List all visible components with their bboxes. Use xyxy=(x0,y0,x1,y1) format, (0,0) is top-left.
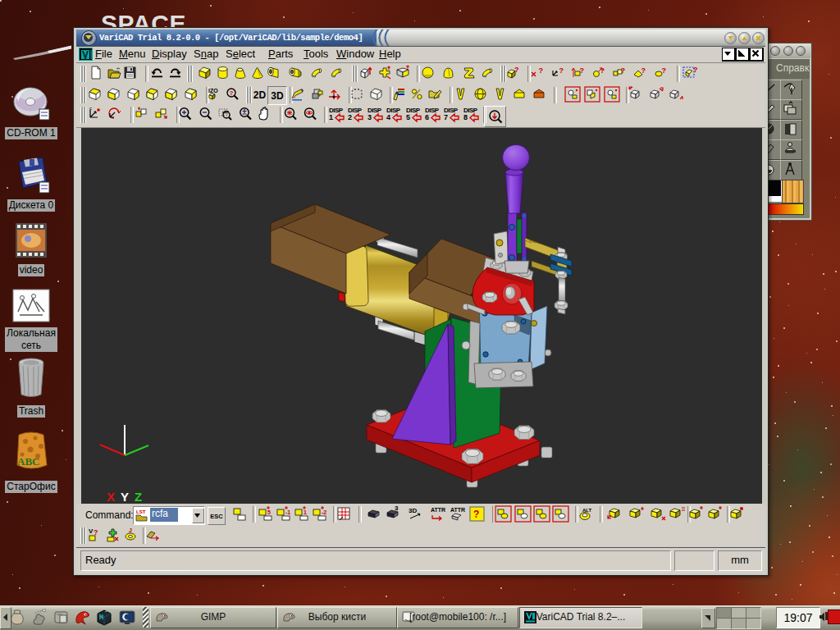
svg-text:X: X xyxy=(107,490,115,504)
svg-text:?: ? xyxy=(662,66,667,75)
svg-text:c: c xyxy=(89,106,92,111)
svg-text:ATTR: ATTR xyxy=(431,507,445,513)
svg-text:1: 1 xyxy=(304,509,307,515)
svg-text:?: ? xyxy=(230,89,234,97)
svg-text:5: 5 xyxy=(267,509,271,515)
svg-text:Y: Y xyxy=(121,490,129,504)
svg-text:?: ? xyxy=(473,509,479,520)
svg-text:Z: Z xyxy=(135,490,142,504)
svg-text:?: ? xyxy=(580,66,585,75)
svg-text:?: ? xyxy=(621,66,626,75)
svg-text:3D: 3D xyxy=(409,507,417,514)
svg-text:?: ? xyxy=(94,528,98,536)
svg-text:J: J xyxy=(129,527,132,533)
svg-text:ALT: ALT xyxy=(582,508,592,513)
svg-text:?: ? xyxy=(514,66,519,74)
svg-text:-2: -2 xyxy=(322,509,326,515)
svg-text:ABC: ABC xyxy=(17,455,39,468)
svg-text:?: ? xyxy=(693,66,698,74)
svg-text:LST: LST xyxy=(136,509,146,514)
svg-text:?: ? xyxy=(641,66,646,75)
svg-text:ATTR: ATTR xyxy=(450,507,465,513)
svg-text:?: ? xyxy=(559,66,564,75)
svg-text:3: 3 xyxy=(395,505,399,512)
svg-text:?: ? xyxy=(539,66,544,75)
svg-text:-1: -1 xyxy=(285,509,290,515)
svg-text:IZO: IZO xyxy=(208,88,218,94)
svg-text:?: ? xyxy=(600,66,605,75)
